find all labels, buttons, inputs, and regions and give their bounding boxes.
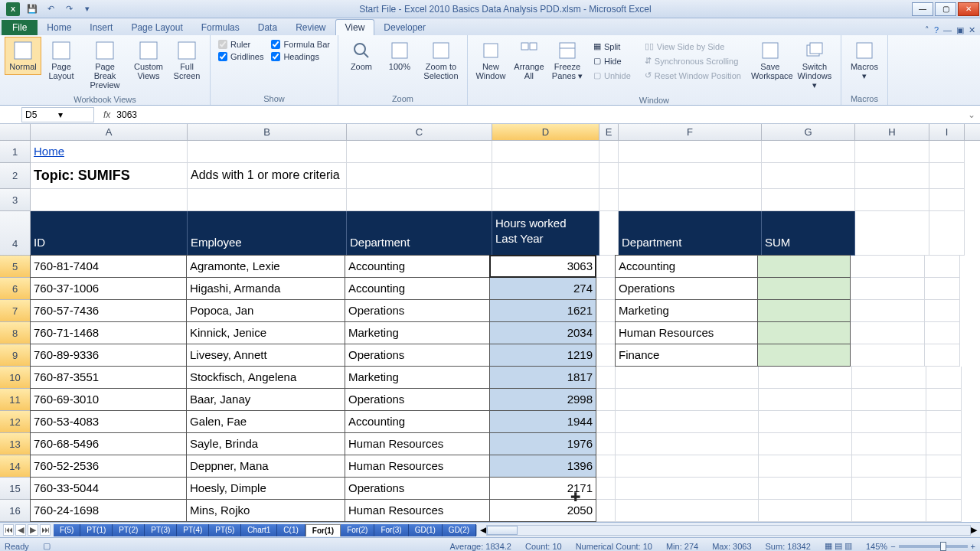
sheet-tab-PT(3)[interactable]: PT(3) xyxy=(145,524,177,536)
cell[interactable] xyxy=(851,278,925,300)
cell[interactable] xyxy=(596,367,616,389)
cell[interactable] xyxy=(852,500,926,522)
cell[interactable] xyxy=(596,278,616,300)
row-header-7[interactable]: 7 xyxy=(0,300,31,322)
cell-department[interactable]: Accounting xyxy=(345,277,490,300)
cell[interactable] xyxy=(599,211,619,256)
formula-bar-checkbox[interactable]: Formula Bar xyxy=(271,40,330,49)
cell[interactable] xyxy=(925,256,960,278)
cell[interactable] xyxy=(929,211,965,256)
cell[interactable] xyxy=(926,367,962,389)
tab-home[interactable]: Home xyxy=(38,20,80,35)
cell[interactable] xyxy=(851,256,925,278)
row-header-12[interactable]: 12 xyxy=(0,411,31,433)
redo-icon[interactable]: ↷ xyxy=(63,3,75,15)
cell[interactable] xyxy=(852,478,926,500)
tab-formulas[interactable]: Formulas xyxy=(192,20,249,35)
cell[interactable] xyxy=(596,433,616,455)
sheet-tab-GD(1)[interactable]: GD(1) xyxy=(409,524,443,536)
formula-input[interactable] xyxy=(115,108,963,122)
cell[interactable] xyxy=(926,478,962,500)
cell[interactable] xyxy=(596,500,616,522)
cell[interactable] xyxy=(759,411,852,433)
row-header-6[interactable]: 6 xyxy=(0,278,31,300)
cell-id[interactable]: 760-71-1468 xyxy=(30,321,187,344)
cell-employee[interactable]: Higashi, Armanda xyxy=(186,277,345,300)
freeze-panes-button[interactable]: Freeze Panes ▾ xyxy=(549,37,586,85)
cell-id[interactable]: 760-81-7404 xyxy=(30,255,187,278)
cell[interactable] xyxy=(925,300,960,322)
zoom-100-button[interactable]: 100% xyxy=(381,37,418,75)
cell[interactable] xyxy=(492,163,599,189)
reset-window-button[interactable]: ↺ Reset Window Position xyxy=(642,69,744,82)
workbook-minimize-icon[interactable]: — xyxy=(943,25,952,35)
page-layout-button[interactable]: Page Layout xyxy=(43,37,80,84)
side-by-side-button[interactable]: ▯▯ View Side by Side xyxy=(642,40,744,53)
summary-header-sum[interactable]: SUM xyxy=(762,211,855,256)
cell[interactable] xyxy=(925,344,960,367)
cell-hours[interactable]: 2050 xyxy=(489,499,596,522)
cell-topic[interactable]: Topic: SUMIFS xyxy=(31,163,188,189)
summary-sum[interactable] xyxy=(757,255,851,278)
cell[interactable] xyxy=(616,478,759,500)
cell-id[interactable]: 760-53-4083 xyxy=(30,410,187,433)
cell[interactable] xyxy=(855,211,929,256)
workbook-close-icon[interactable]: ✕ xyxy=(969,25,975,35)
macro-record-icon[interactable]: ▢ xyxy=(43,541,51,551)
cell-home-link[interactable]: Home xyxy=(31,141,188,163)
summary-sum[interactable] xyxy=(757,321,851,344)
cell-id[interactable]: 760-24-1698 xyxy=(30,499,187,522)
cell-employee[interactable]: Popoca, Jan xyxy=(186,299,345,322)
cell[interactable] xyxy=(596,322,616,344)
cell[interactable] xyxy=(762,163,855,189)
cell[interactable] xyxy=(926,389,962,411)
cell[interactable] xyxy=(596,411,616,433)
macros-button[interactable]: Macros ▾ xyxy=(846,37,883,85)
cell-hours[interactable]: 1817 xyxy=(489,366,596,389)
cell[interactable] xyxy=(759,500,852,522)
cell[interactable] xyxy=(616,500,759,522)
cells-area[interactable]: HomeTopic: SUMIFSAdds with 1 or more cri… xyxy=(31,141,965,522)
cell-id[interactable]: 760-37-1006 xyxy=(30,277,187,300)
cell-hours[interactable]: 3063 xyxy=(489,255,596,278)
cell[interactable] xyxy=(599,189,619,211)
qat-more-icon[interactable]: ▾ xyxy=(81,3,93,15)
sheet-tab-For(2)[interactable]: For(2) xyxy=(341,524,374,536)
chevron-down-icon[interactable]: ▾ xyxy=(58,109,91,120)
cell[interactable] xyxy=(855,163,929,189)
cell-department[interactable]: Human Resources xyxy=(345,499,490,522)
summary-sum[interactable] xyxy=(757,344,851,367)
sheet-tab-PT(1)[interactable]: PT(1) xyxy=(80,524,113,536)
cell[interactable] xyxy=(852,389,926,411)
new-window-button[interactable]: New Window xyxy=(472,37,509,84)
col-header-G[interactable]: G xyxy=(762,124,855,140)
cell[interactable] xyxy=(347,163,492,189)
summary-dept[interactable]: Marketing xyxy=(615,299,758,322)
summary-sum[interactable] xyxy=(757,299,851,322)
cell[interactable] xyxy=(596,455,616,478)
split-button[interactable]: ▦ Split xyxy=(590,40,634,53)
cell[interactable] xyxy=(619,141,762,163)
cell-employee[interactable]: Baar, Janay xyxy=(186,388,345,411)
cell[interactable] xyxy=(762,141,855,163)
cell-employee[interactable]: Livesey, Annett xyxy=(186,344,345,367)
cell-employee[interactable]: Hoesly, Dimple xyxy=(186,477,345,500)
zoom-to-selection-button[interactable]: Zoom to Selection xyxy=(420,37,462,84)
row-header-14[interactable]: 14 xyxy=(0,455,31,478)
cell[interactable] xyxy=(852,455,926,478)
row-header-3[interactable]: 3 xyxy=(0,189,31,211)
row-header-2[interactable]: 2 xyxy=(0,163,31,189)
cell-hours[interactable]: 1396 xyxy=(489,455,596,478)
cell-employee[interactable]: Deppner, Mana xyxy=(186,455,345,478)
sheet-tab-For(1)[interactable]: For(1) xyxy=(305,524,341,536)
cell[interactable] xyxy=(596,300,616,322)
col-header-F[interactable]: F xyxy=(619,124,762,140)
row-header-15[interactable]: 15 xyxy=(0,478,31,500)
summary-header-department[interactable]: Department xyxy=(619,211,762,256)
headings-checkbox[interactable]: Headings xyxy=(271,52,330,61)
cell[interactable] xyxy=(759,433,852,455)
horizontal-scrollbar[interactable]: ◀▶ xyxy=(476,525,980,536)
cell-department[interactable]: Marketing xyxy=(345,321,490,344)
full-screen-button[interactable]: Full Screen xyxy=(168,37,205,84)
cell[interactable] xyxy=(851,344,925,367)
